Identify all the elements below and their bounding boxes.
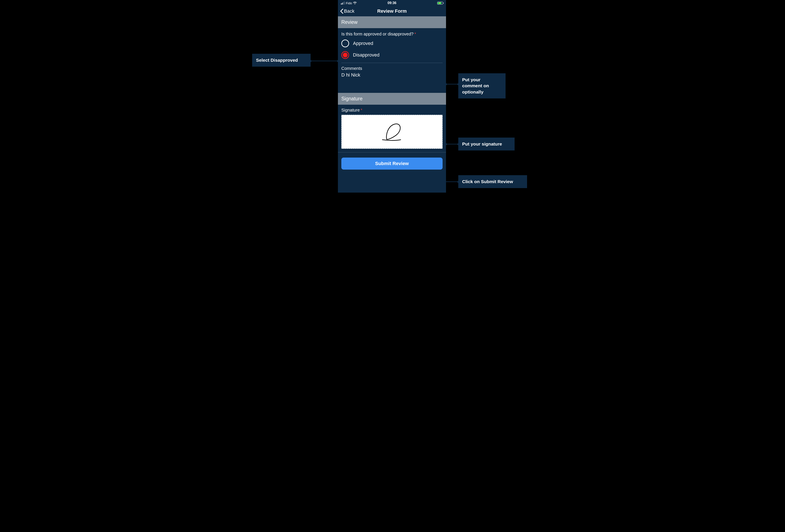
status-left: Fido xyxy=(341,1,357,5)
submit-label: Submit Review xyxy=(375,161,409,167)
wifi-icon xyxy=(353,2,357,4)
status-bar: Fido 09:36 ⚡ xyxy=(338,0,446,6)
callout-dot-icon xyxy=(310,60,312,62)
section-header-review: Review xyxy=(338,16,446,28)
radio-option-disapproved[interactable]: Disapproved xyxy=(341,51,442,59)
radio-icon xyxy=(341,40,349,47)
callout-dot-icon xyxy=(337,60,339,62)
page-title: Review Form xyxy=(377,8,407,14)
review-form-body: Is this form approved or disapproved?* A… xyxy=(338,28,446,93)
callout-connector xyxy=(446,84,458,84)
radio-label-disapproved: Disapproved xyxy=(353,52,380,58)
signature-label-text: Signature xyxy=(341,108,360,112)
radio-option-approved[interactable]: Approved xyxy=(341,40,442,47)
section-header-signature: Signature xyxy=(338,93,446,105)
callout-dot-icon xyxy=(457,83,459,85)
required-asterisk-icon: * xyxy=(361,108,362,112)
status-right: ⚡ xyxy=(437,2,443,4)
approval-question: Is this form approved or disapproved?* xyxy=(341,32,442,36)
radio-label-approved: Approved xyxy=(353,41,373,46)
callout-select-disapproved: Select Disapproved xyxy=(252,54,311,67)
signature-stroke-icon xyxy=(371,120,413,144)
charging-bolt-icon: ⚡ xyxy=(438,2,441,4)
callout-click-submit: Click on Submit Review xyxy=(458,175,527,188)
comments-label: Comments xyxy=(341,66,442,71)
signature-label: Signature* xyxy=(341,108,442,112)
callout-dot-icon xyxy=(457,143,459,145)
back-label: Back xyxy=(344,8,354,14)
callout-put-signature: Put your signature xyxy=(458,137,514,150)
approval-question-text: Is this form approved or disapproved? xyxy=(341,32,413,36)
required-asterisk-icon: * xyxy=(414,32,416,36)
cellular-signal-icon xyxy=(341,1,345,4)
callout-connector xyxy=(442,181,458,182)
callout-dot-icon xyxy=(457,181,459,183)
callout-put-comment: Put your comment on optionally xyxy=(458,73,506,98)
signature-body: Signature* xyxy=(338,105,446,152)
callout-dot-icon xyxy=(442,181,444,183)
phone-frame: Fido 09:36 ⚡ Back R xyxy=(338,0,446,193)
signature-pad[interactable] xyxy=(341,115,442,149)
comments-input[interactable]: D hi Nick xyxy=(341,72,442,88)
battery-icon: ⚡ xyxy=(437,2,443,4)
callout-dot-icon xyxy=(445,143,447,145)
chevron-left-icon xyxy=(340,8,344,14)
carrier-label: Fido xyxy=(346,1,352,5)
back-button[interactable]: Back xyxy=(340,8,354,14)
status-time: 09:36 xyxy=(387,1,396,5)
submit-review-button[interactable]: Submit Review xyxy=(341,157,442,170)
callout-connector xyxy=(311,60,338,61)
submit-area: Submit Review xyxy=(338,152,446,175)
callout-connector xyxy=(446,144,458,145)
nav-bar: Back Review Form xyxy=(338,6,446,16)
callout-dot-icon xyxy=(445,83,447,85)
radio-icon-selected xyxy=(341,51,349,59)
